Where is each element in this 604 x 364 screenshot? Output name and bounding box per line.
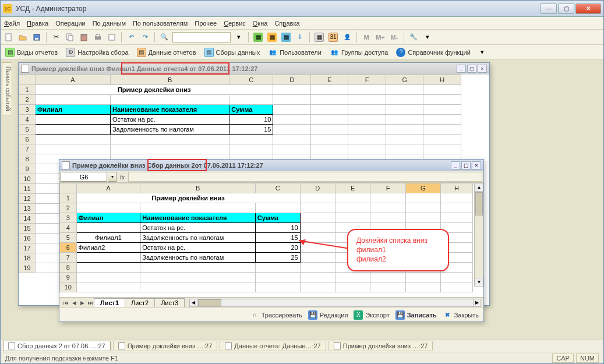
child2-close[interactable]: ×: [472, 161, 481, 169]
redo-icon[interactable]: ↷: [139, 31, 151, 43]
child1-max[interactable]: ▢: [467, 65, 476, 73]
svg-rect-2: [35, 38, 38, 40]
save-icon[interactable]: [31, 31, 43, 43]
data-icon: ▤: [137, 48, 146, 57]
report-icon: ▤: [5, 48, 15, 57]
tool-c-icon[interactable]: ▦: [280, 31, 292, 43]
task-item-3[interactable]: Данные отчета: Данные…:27: [220, 341, 326, 351]
sheet-tab-3[interactable]: Лист3: [154, 298, 185, 307]
menu-operations[interactable]: Операции: [55, 20, 85, 27]
search-icon[interactable]: 🔍: [158, 31, 170, 43]
minimize-button[interactable]: —: [541, 3, 557, 14]
toolbar2-dd-icon[interactable]: ▾: [476, 47, 488, 58]
child2-min[interactable]: _: [451, 161, 460, 169]
export-button[interactable]: XЭкспорт: [354, 310, 389, 320]
save-button[interactable]: 💾Записать: [395, 310, 437, 320]
menu-windows[interactable]: Окна: [253, 20, 268, 27]
svg-rect-9: [109, 34, 115, 40]
tool-b-icon[interactable]: ▦: [266, 31, 278, 43]
mod-report-types[interactable]: ▤Виды отчетов: [3, 47, 60, 58]
task-item-4[interactable]: Пример доклейки вниз …:27: [329, 341, 433, 351]
events-panel-tab[interactable]: Панель событий: [2, 62, 12, 115]
namebox-dd-icon[interactable]: ▾: [108, 172, 116, 182]
menu-help[interactable]: Справка: [274, 20, 299, 27]
scroll-up-icon[interactable]: ▲: [475, 183, 483, 192]
cut-icon[interactable]: ✂: [50, 31, 62, 43]
menu-by-data[interactable]: По данным: [93, 20, 126, 27]
user-icon[interactable]: 👤: [341, 31, 353, 43]
trace-button[interactable]: ⎌Трассировать: [250, 310, 302, 320]
menu-by-users[interactable]: По пользователям: [133, 20, 188, 27]
search-input[interactable]: [172, 32, 231, 43]
preview-icon[interactable]: [106, 31, 118, 43]
child1-titlebar[interactable]: Пример доклейки вниз Филиал1 Данные отче…: [19, 63, 489, 75]
scroll-down-icon[interactable]: ▼: [475, 278, 483, 287]
edit-button[interactable]: 💾Редакция: [308, 310, 348, 320]
child1-min[interactable]: _: [457, 65, 466, 73]
menu-other[interactable]: Прочее: [195, 20, 217, 27]
undo-icon[interactable]: ↶: [125, 31, 137, 43]
scroll-thumb[interactable]: [475, 192, 483, 215]
close-button[interactable]: ✕: [575, 3, 601, 14]
mod-report-data[interactable]: ▤Данные отчетов: [135, 47, 199, 58]
tab-nav-next[interactable]: ▶: [78, 300, 86, 306]
window-title: УСД - Администратор: [16, 5, 541, 13]
calendar-icon[interactable]: 31: [327, 31, 339, 43]
tool-a-icon[interactable]: ▦: [252, 31, 264, 43]
m-icon[interactable]: M: [361, 31, 372, 43]
copy-icon[interactable]: [64, 31, 76, 43]
help-icon: ?: [396, 48, 405, 57]
paste-icon[interactable]: [78, 31, 90, 43]
mod-collection-setup[interactable]: ⚙Настройка сбора: [63, 47, 130, 58]
save-icon: 💾: [395, 310, 405, 320]
sheet-tabs: ⏮ ◀ ▶ ⏭ Лист1 Лист2 Лист3 ◀▶: [59, 297, 483, 308]
mod-func-ref[interactable]: ?Справочник функций: [394, 47, 472, 58]
new-icon[interactable]: [3, 31, 15, 43]
print-icon[interactable]: [92, 31, 104, 43]
close-button-child[interactable]: ✖Закрыть: [443, 310, 479, 320]
app-window: 1C УСД - Администратор — ▢ ✕ Файл Правка…: [0, 0, 604, 364]
mod-users[interactable]: 👥Пользователи: [266, 47, 324, 58]
m-minus-icon[interactable]: M-: [388, 31, 400, 43]
menu-edit[interactable]: Правка: [27, 20, 48, 27]
formula-bar: G6 ▾ fx: [59, 171, 483, 183]
svg-rect-6: [82, 34, 86, 36]
hscrollbar[interactable]: ◀▶: [189, 299, 481, 307]
settings-icon[interactable]: 🔧: [408, 31, 419, 43]
annotation-callout: Доклейки списка вниз филиал1 филиал2: [347, 229, 449, 271]
toolbar-main: ✂ ↶ ↷ 🔍 ▾ ▦ ▦ ▦ i ▦ 31 👤 M M+ M- 🔧 ▾: [1, 30, 603, 45]
settings-dd-icon[interactable]: ▾: [422, 31, 433, 43]
dropdown-icon[interactable]: ▾: [233, 31, 245, 43]
calc-icon[interactable]: ▦: [313, 31, 325, 43]
child2-max[interactable]: ▢: [461, 161, 471, 169]
m-plus-icon[interactable]: M+: [375, 31, 386, 43]
mod-collections[interactable]: ▤Сборы данных: [202, 47, 263, 58]
workspace: Панель событий Пример доклейки вниз Фили…: [1, 60, 603, 339]
fx-icon[interactable]: fx: [118, 174, 127, 181]
status-hint: Для получения подсказки нажмите F1: [5, 355, 118, 362]
sheet-tab-2[interactable]: Лист2: [125, 298, 155, 307]
menubar: Файл Правка Операции По данным По пользо…: [1, 17, 603, 30]
menu-file[interactable]: Файл: [4, 20, 20, 27]
tab-nav-prev[interactable]: ◀: [70, 300, 78, 306]
tab-nav-first[interactable]: ⏮: [62, 300, 70, 306]
open-icon[interactable]: [17, 31, 29, 43]
mdi-taskbar: Сбор данных 2 от 07.06.…:27 Пример докле…: [1, 339, 603, 352]
child1-close[interactable]: ×: [478, 65, 487, 73]
sheet-tab-1[interactable]: Лист1: [94, 298, 125, 307]
maximize-button[interactable]: ▢: [558, 3, 574, 14]
vscrollbar[interactable]: ▲ ▼: [474, 183, 483, 287]
statusbar: Для получения подсказки нажмите F1 CAP N…: [1, 352, 603, 363]
info-icon[interactable]: i: [294, 31, 306, 43]
menu-service[interactable]: Сервис: [224, 20, 246, 27]
tab-nav-last[interactable]: ⏭: [86, 300, 94, 306]
formula-input[interactable]: [128, 172, 482, 182]
toolbar-modules: ▤Виды отчетов ⚙Настройка сбора ▤Данные о…: [1, 45, 603, 60]
name-box[interactable]: G6: [61, 172, 107, 182]
groups-icon: 👥: [330, 48, 339, 57]
task-item-1[interactable]: Сбор данных 2 от 07.06.…:27: [3, 341, 111, 351]
svg-rect-4: [68, 36, 73, 41]
task-item-2[interactable]: Пример доклейки вниз …:27: [113, 341, 218, 351]
child2-titlebar[interactable]: Пример доклейки вниз Сбор данных 2 от 07…: [59, 160, 483, 171]
mod-access-groups[interactable]: 👥Группы доступа: [327, 47, 390, 58]
